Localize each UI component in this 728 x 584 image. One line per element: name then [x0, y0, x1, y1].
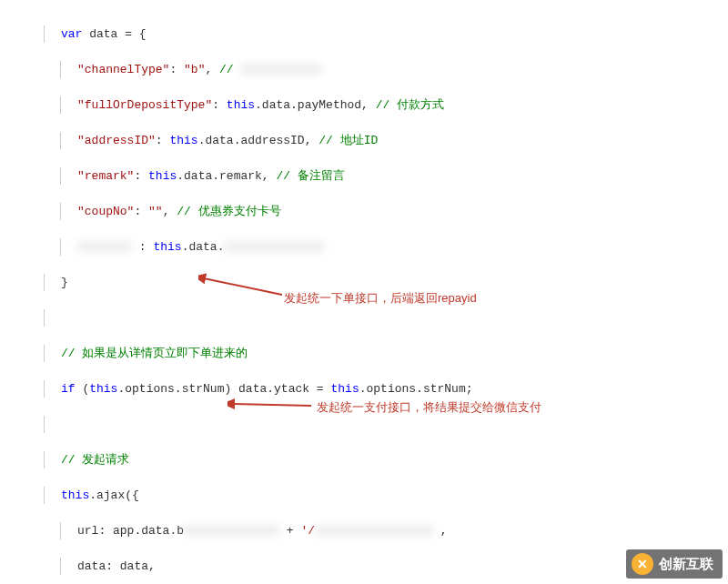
- code-line: if (this.options.strNum) data.ytack = th…: [44, 380, 728, 398]
- code-line: "coupNo": "", // 优惠券支付卡号: [60, 203, 728, 221]
- logo-text: 创新互联: [659, 554, 713, 575]
- annotation-text: 发起统一支付接口，将结果提交给微信支付: [317, 398, 541, 417]
- code-line: [44, 309, 728, 327]
- code-line: // 发起请求: [44, 451, 728, 469]
- code-line: : this.data.: [60, 238, 728, 257]
- code-line: "remark": this.data.remark, // 备注留言: [60, 167, 728, 186]
- code-line: "channelType": "b", //: [60, 61, 728, 79]
- code-line: this.ajax({: [44, 487, 728, 505]
- code-line: url: app.data.b + '/ ,: [60, 522, 728, 540]
- watermark-logo: ✕ 创新互联: [626, 549, 723, 579]
- code-line: var data = {: [44, 25, 728, 44]
- code-line: // 如果是从详情页立即下单进来的: [44, 345, 728, 363]
- logo-icon: ✕: [632, 553, 653, 575]
- code-line: [44, 416, 728, 434]
- code-line: "addressID": this.data.addressID, // 地址I…: [60, 132, 728, 150]
- annotation-text: 发起统一下单接口，后端返回repayid: [284, 289, 477, 307]
- code-line: "fullOrDepositType": this.data.payMethod…: [60, 96, 728, 115]
